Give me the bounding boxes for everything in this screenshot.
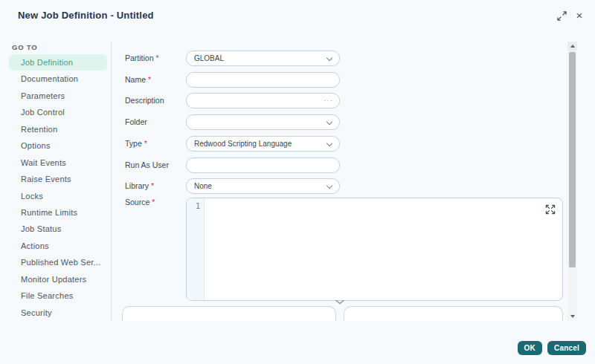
field-label: Library*: [125, 178, 154, 194]
required-marker: *: [148, 75, 151, 84]
sidebar-item-options[interactable]: Options: [9, 137, 107, 154]
editor-line-number-gutter: 1: [187, 198, 205, 300]
sidebar-item-monitor-updaters[interactable]: Monitor Updaters: [9, 271, 107, 287]
collapse-panel-chevron-icon[interactable]: [335, 299, 345, 305]
sidebar-item-locks[interactable]: Locks: [9, 188, 107, 204]
required-marker: *: [151, 181, 154, 190]
partition-select[interactable]: GLOBAL: [186, 51, 340, 66]
required-marker: *: [144, 139, 147, 148]
source-code-editor[interactable]: 1: [186, 198, 563, 301]
field-value: GLOBAL: [194, 54, 224, 62]
form-row-name: Name*: [112, 72, 568, 88]
sidebar-item-job-definition[interactable]: Job Definition: [9, 54, 107, 71]
dialog-footer: OK Cancel: [518, 341, 586, 355]
sidebar-item-actions[interactable]: Actions: [9, 238, 107, 254]
job-definition-form: Partition*GLOBALName*Description···Folde…: [112, 33, 568, 321]
scrollbar-thumb[interactable]: [569, 52, 576, 267]
sidebar-item-documentation[interactable]: Documentation: [9, 71, 107, 87]
library-select[interactable]: None: [186, 178, 340, 194]
close-icon[interactable]: ×: [573, 9, 586, 22]
field-label: Type*: [125, 136, 147, 152]
sidebar-item-security[interactable]: Security: [9, 305, 107, 321]
scroll-down-arrow-icon[interactable]: [567, 312, 577, 321]
maximize-icon[interactable]: [555, 9, 568, 22]
field-value: Redwood Scripting Language: [194, 140, 292, 148]
form-row-partition: Partition*GLOBAL: [112, 51, 568, 67]
sidebar-item-published-web-ser[interactable]: Published Web Ser...: [9, 254, 107, 270]
new-job-definition-dialog: { "header": { "title": "New Job Definiti…: [0, 0, 595, 364]
goto-nav-list: Job DefinitionDocumentationParametersJob…: [9, 54, 107, 321]
form-row-folder: Folder: [112, 114, 568, 131]
sidebar-item-job-control[interactable]: Job Control: [9, 104, 107, 120]
vertical-scrollbar[interactable]: [567, 42, 577, 321]
chevron-down-icon: [327, 119, 332, 125]
scroll-up-arrow-icon[interactable]: [567, 42, 577, 51]
field-value: None: [194, 182, 212, 190]
run-as-user-input[interactable]: [186, 157, 340, 173]
description-input[interactable]: ···: [186, 93, 340, 108]
bottom-left-panel[interactable]: [122, 306, 336, 321]
sidebar-item-raise-events[interactable]: Raise Events: [9, 171, 107, 187]
chevron-down-icon: [327, 55, 332, 61]
chevron-down-icon: [327, 183, 332, 189]
form-row-run-as-user: Run As User: [112, 157, 568, 174]
chevron-down-icon: [327, 140, 332, 146]
required-marker: *: [152, 198, 155, 207]
source-label: Source*: [125, 198, 155, 207]
name-input[interactable]: [186, 72, 340, 88]
ok-button[interactable]: OK: [518, 341, 542, 355]
sidebar-item-wait-events[interactable]: Wait Events: [9, 155, 107, 171]
sidebar-item-job-status[interactable]: Job Status: [9, 221, 107, 237]
dialog-header: New Job Definition - Untitled ×: [0, 0, 595, 33]
field-label: Folder: [125, 114, 147, 130]
field-label: Description: [125, 93, 164, 108]
form-row-library: Library*None: [112, 178, 568, 195]
field-label: Name*: [125, 72, 151, 88]
bottom-right-panel[interactable]: [344, 306, 563, 321]
required-marker: *: [156, 53, 159, 62]
field-label: Partition*: [125, 51, 159, 66]
dialog-title: New Job Definition - Untitled: [18, 10, 154, 21]
folder-select[interactable]: [186, 114, 340, 130]
source-code-input[interactable]: [205, 198, 562, 300]
type-select[interactable]: Redwood Scripting Language: [186, 136, 340, 152]
line-number: 1: [196, 202, 200, 210]
cancel-button[interactable]: Cancel: [547, 341, 586, 355]
sidebar-item-runtime-limits[interactable]: Runtime Limits: [9, 204, 107, 221]
goto-header: GO TO: [12, 43, 37, 51]
sidebar-item-file-searches[interactable]: File Searches: [9, 287, 107, 304]
editor-fullscreen-icon[interactable]: [545, 204, 556, 215]
field-label: Run As User: [125, 157, 169, 173]
form-row-type: Type*Redwood Scripting Language: [112, 136, 568, 152]
ellipsis-icon[interactable]: ···: [324, 94, 333, 108]
form-row-description: Description···: [112, 93, 568, 109]
sidebar-item-parameters[interactable]: Parameters: [9, 88, 107, 104]
sidebar-item-retention[interactable]: Retention: [9, 121, 107, 137]
